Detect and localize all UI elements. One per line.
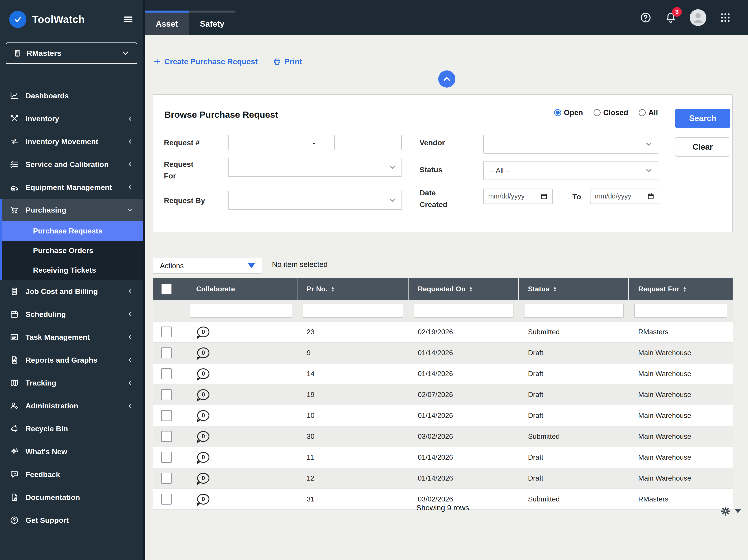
- radio-all[interactable]: All: [639, 108, 658, 117]
- sidebar-item-inventory-movement[interactable]: Inventory Movement: [0, 130, 143, 153]
- notifications-bell-icon[interactable]: 3: [664, 11, 677, 24]
- row-checkbox[interactable]: [161, 327, 171, 337]
- table-settings-button[interactable]: [719, 505, 741, 517]
- table-row[interactable]: 0 19 02/07/2026 Draft Main Warehouse: [153, 384, 732, 405]
- table-body: 0 23 02/19/2026 Submitted RMasters 0 9 0…: [153, 322, 732, 510]
- table-row[interactable]: 0 10 01/14/2026 Draft Main Warehouse: [153, 405, 732, 426]
- calendar-icon[interactable]: [647, 192, 655, 200]
- sidebar-item-service-and-calibration[interactable]: Service and Calibration: [0, 153, 143, 176]
- request-for-value: Main Warehouse: [638, 412, 691, 420]
- sidebar-item-purchasing[interactable]: Purchasing: [2, 199, 143, 221]
- comments-bubble-icon[interactable]: 0: [197, 473, 209, 484]
- comments-bubble-icon[interactable]: 0: [197, 410, 209, 421]
- row-checkbox[interactable]: [161, 410, 171, 421]
- requested-on-value: 01/14/2026: [418, 412, 453, 420]
- filter-input-pr-no[interactable]: [303, 304, 403, 318]
- table-row[interactable]: 0 9 01/14/2026 Draft Main Warehouse: [153, 343, 732, 364]
- sidebar-item-dashboards[interactable]: Dashboards: [0, 84, 143, 107]
- comments-bubble-icon[interactable]: 0: [197, 494, 209, 505]
- collapse-panel-button[interactable]: [438, 70, 455, 88]
- sidebar-item-administration[interactable]: Administration: [0, 394, 143, 417]
- row-checkbox[interactable]: [161, 494, 171, 505]
- table-row[interactable]: 0 23 02/19/2026 Submitted RMasters: [153, 322, 732, 343]
- filter-input-collaborate[interactable]: [190, 304, 292, 318]
- tab-asset[interactable]: Asset: [145, 10, 189, 35]
- sidebar-item-what-s-new[interactable]: What's New: [0, 440, 143, 463]
- actions-dropdown[interactable]: Actions: [153, 258, 262, 274]
- sidebar-item-scheduling[interactable]: Scheduling: [0, 303, 143, 326]
- row-checkbox[interactable]: [161, 431, 171, 442]
- row-checkbox[interactable]: [161, 452, 171, 463]
- sidebar-item-equipment-management[interactable]: Equipment Management: [0, 176, 143, 199]
- chevron-left-icon: [127, 161, 133, 168]
- sort-icon[interactable]: ▲▼: [469, 286, 473, 292]
- comments-bubble-icon[interactable]: 0: [197, 389, 209, 400]
- sidebar: ToolWatch RMasters Dashboards Inventory: [0, 0, 145, 560]
- radio-dot-selected[interactable]: [554, 109, 561, 116]
- app-grid-icon[interactable]: [719, 11, 731, 24]
- table-row[interactable]: 0 14 01/14/2026 Draft Main Warehouse: [153, 364, 732, 384]
- sidebar-item-feedback[interactable]: Feedback: [0, 463, 143, 486]
- date-to-input[interactable]: mm/dd/yyyy: [590, 189, 659, 204]
- comments-bubble-icon[interactable]: 0: [197, 431, 209, 442]
- comments-bubble-icon[interactable]: 0: [197, 327, 209, 337]
- sidebar-item-recycle-bin[interactable]: Recycle Bin: [0, 417, 143, 440]
- sort-icon[interactable]: ▲▼: [683, 286, 686, 292]
- table-row[interactable]: 0 12 01/14/2026 Draft Main Warehouse: [153, 468, 732, 489]
- sidebar-item-documentation[interactable]: Documentation: [0, 486, 143, 509]
- comments-bubble-icon[interactable]: 0: [197, 368, 209, 379]
- filter-input-status[interactable]: [524, 304, 624, 318]
- row-checkbox[interactable]: [161, 473, 171, 484]
- request-number-to-input[interactable]: [334, 135, 402, 150]
- sort-icon[interactable]: ▲▼: [553, 286, 557, 292]
- cell-requested-on: 01/14/2026: [408, 364, 519, 384]
- row-checkbox[interactable]: [161, 347, 171, 358]
- select-all-checkbox[interactable]: [161, 284, 171, 295]
- sidebar-item-inventory[interactable]: Inventory: [0, 107, 143, 130]
- sort-icon[interactable]: ▲▼: [331, 286, 335, 292]
- entity-selector[interactable]: RMasters: [6, 43, 137, 64]
- search-button[interactable]: Search: [675, 109, 730, 128]
- radio-closed[interactable]: Closed: [593, 108, 628, 117]
- radio-open[interactable]: Open: [554, 108, 583, 117]
- cell-pr-no: 19: [298, 384, 408, 405]
- radio-dot[interactable]: [639, 109, 646, 116]
- column-header-request-for[interactable]: Request For ▲▼: [629, 278, 732, 300]
- request-for-select[interactable]: [228, 158, 402, 177]
- request-number-from-input[interactable]: [228, 135, 296, 150]
- clear-button[interactable]: Clear: [675, 137, 730, 157]
- create-purchase-request-button[interactable]: Create Purchase Request: [153, 57, 258, 66]
- sidebar-item-purchase-requests[interactable]: Purchase Requests: [2, 221, 143, 241]
- hamburger-menu-icon[interactable]: [123, 14, 134, 25]
- user-avatar[interactable]: [690, 9, 706, 26]
- row-checkbox[interactable]: [161, 368, 171, 379]
- filter-input-request-for[interactable]: [634, 304, 727, 318]
- sidebar-item-purchase-orders[interactable]: Purchase Orders: [2, 241, 143, 260]
- sidebar-item-get-support[interactable]: Get Support: [0, 509, 143, 532]
- table-row[interactable]: 0 30 03/02/2026 Submitted Main Warehouse: [153, 426, 732, 447]
- sidebar-item-receiving-tickets[interactable]: Receiving Tickets: [2, 260, 143, 280]
- comments-bubble-icon[interactable]: 0: [197, 347, 209, 358]
- requested-on-value: 02/07/2026: [418, 391, 453, 399]
- column-header-status[interactable]: Status ▲▼: [519, 278, 629, 300]
- status-select[interactable]: -- All --: [483, 161, 658, 180]
- row-checkbox[interactable]: [161, 389, 171, 400]
- column-header-requested-on[interactable]: Requested On ▲▼: [408, 278, 519, 300]
- sidebar-item-tracking[interactable]: Tracking: [0, 371, 143, 394]
- filter-input-requested-on[interactable]: [414, 304, 513, 318]
- vendor-select[interactable]: [483, 135, 658, 154]
- sidebar-item-reports-and-graphs[interactable]: Reports and Graphs: [0, 349, 143, 371]
- help-icon[interactable]: [639, 11, 652, 24]
- calendar-icon[interactable]: [540, 192, 548, 200]
- sidebar-item-task-management[interactable]: Task Management: [0, 326, 143, 349]
- sidebar-item-job-cost-and-billing[interactable]: Job Cost and Billing: [0, 280, 143, 303]
- request-for-value: RMasters: [638, 495, 668, 503]
- print-button[interactable]: Print: [273, 57, 302, 66]
- column-header-pr-no[interactable]: Pr No. ▲▼: [298, 278, 408, 300]
- radio-dot[interactable]: [593, 109, 601, 116]
- tab-safety[interactable]: Safety: [189, 10, 235, 35]
- date-from-input[interactable]: mm/dd/yyyy: [483, 189, 553, 204]
- request-by-select[interactable]: [228, 191, 402, 210]
- table-row[interactable]: 0 11 01/14/2026 Draft Main Warehouse: [153, 447, 732, 468]
- comments-bubble-icon[interactable]: 0: [197, 452, 209, 463]
